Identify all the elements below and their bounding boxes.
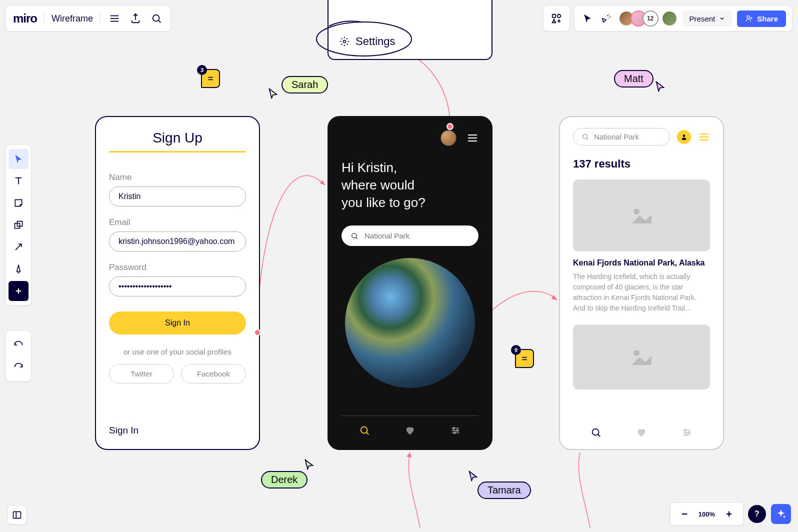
search-icon[interactable] — [150, 12, 164, 26]
nav-filter-icon[interactable] — [450, 425, 461, 436]
hamburger-icon[interactable] — [108, 12, 122, 26]
redo-button[interactable] — [8, 357, 28, 377]
connection-handle[interactable] — [254, 329, 261, 336]
ai-button[interactable] — [771, 504, 791, 524]
cursor-icon[interactable] — [580, 12, 594, 26]
collaborator-name: Derek — [261, 471, 308, 488]
shape-tool[interactable] — [8, 215, 28, 235]
help-button[interactable]: ? — [748, 505, 766, 523]
svg-line-5 — [158, 20, 160, 22]
svg-rect-14 — [14, 512, 21, 518]
share-button[interactable]: Share — [737, 10, 786, 27]
select-tool[interactable] — [8, 149, 28, 169]
connection-handle[interactable] — [446, 123, 454, 130]
signin-link[interactable]: Sign In — [109, 425, 246, 436]
search-field[interactable]: National Park — [573, 128, 670, 146]
wireframe-home[interactable]: Hi Kristin, where would you like to go? — [328, 116, 492, 450]
svg-point-35 — [453, 428, 455, 430]
or-text: or use one of your social profiles — [109, 348, 246, 356]
collaborator-matt: Matt — [614, 70, 654, 88]
apps-icon[interactable] — [550, 12, 564, 26]
miro-logo: miro — [13, 12, 37, 26]
user-plus-icon — [745, 14, 753, 22]
apps-group — [544, 6, 570, 31]
comment-sticky[interactable]: 9 — [515, 349, 534, 368]
svg-point-8 — [747, 16, 750, 18]
password-label: Password — [109, 262, 246, 272]
email-label: Email — [109, 218, 246, 228]
svg-point-36 — [456, 430, 458, 432]
text-tool[interactable] — [8, 171, 28, 191]
collaborator-sarah: Sarah — [282, 76, 328, 94]
left-toolbar — [6, 145, 31, 305]
user-avatar[interactable] — [440, 130, 456, 146]
user-avatar[interactable] — [677, 130, 691, 144]
wireframe-results[interactable]: National Park 137 results Kenai Fjords N… — [559, 116, 724, 450]
comment-count: 9 — [511, 345, 521, 355]
svg-line-47 — [598, 434, 600, 436]
name-input[interactable] — [109, 186, 246, 206]
email-input[interactable] — [109, 232, 246, 252]
svg-point-28 — [352, 233, 356, 238]
arrow-tool[interactable] — [8, 237, 28, 257]
present-button[interactable]: Present — [682, 10, 732, 27]
board-name[interactable]: Wireframe — [52, 14, 93, 24]
connector-arrow — [560, 450, 600, 530]
bottom-nav — [342, 416, 478, 436]
image-icon — [629, 206, 654, 226]
zoom-out-button[interactable] — [678, 507, 692, 521]
comment-sticky[interactable]: 3 — [201, 69, 220, 88]
history-toolbar — [6, 331, 31, 381]
search-input[interactable] — [364, 232, 470, 240]
svg-point-4 — [153, 15, 160, 22]
zoom-in-button[interactable] — [722, 507, 736, 521]
nav-search-icon[interactable] — [359, 425, 370, 436]
cursor-icon — [268, 88, 278, 99]
svg-point-30 — [360, 427, 367, 434]
chevron-down-icon — [719, 16, 725, 22]
connector-arrow — [490, 275, 570, 335]
collaborators-group: 12 Present Share — [574, 6, 792, 31]
topbar-left: miro Wireframe — [6, 6, 170, 31]
hamburger-icon[interactable] — [466, 132, 478, 144]
svg-rect-6 — [552, 14, 555, 18]
panel-toggle-button[interactable] — [8, 506, 26, 524]
svg-point-44 — [634, 208, 640, 214]
signin-button[interactable]: Sign In — [109, 312, 246, 334]
collaborator-name: Matt — [614, 70, 654, 88]
greeting-text: Hi Kristin, where would you like to go? — [342, 159, 478, 212]
hamburger-icon[interactable] — [698, 131, 710, 143]
nav-heart-icon[interactable] — [404, 425, 416, 436]
sticky-tool[interactable] — [8, 193, 28, 213]
svg-point-38 — [583, 134, 588, 139]
comment-count: 3 — [197, 65, 207, 75]
nav-heart-icon[interactable] — [636, 427, 647, 438]
twitter-button[interactable]: Twitter — [109, 364, 174, 384]
password-input[interactable] — [109, 276, 246, 296]
divider — [44, 12, 44, 24]
collaborator-tamara: Tamara — [478, 482, 531, 499]
svg-line-39 — [586, 138, 588, 140]
avatar-stack[interactable]: 12 — [618, 10, 678, 26]
cursor-icon — [468, 470, 478, 482]
export-icon[interactable] — [128, 12, 142, 26]
search-icon — [350, 232, 358, 240]
confetti-icon[interactable] — [600, 12, 614, 26]
avatar — [662, 10, 678, 26]
nav-filter-icon[interactable] — [682, 427, 692, 438]
search-value: National Park — [594, 132, 639, 141]
result-description: The Harding Icefield, which is actually … — [573, 272, 710, 314]
avatar-overflow[interactable]: 12 — [642, 10, 658, 26]
bottom-nav — [573, 420, 710, 438]
result-image-placeholder — [573, 180, 710, 252]
svg-point-45 — [634, 350, 640, 356]
collaborator-name: Sarah — [282, 76, 328, 94]
wireframe-signup[interactable]: Sign Up Name Email Password Sign In or u… — [95, 116, 260, 450]
search-field[interactable] — [342, 226, 478, 246]
facebook-button[interactable]: Facebook — [181, 364, 246, 384]
add-tool[interactable] — [8, 281, 28, 301]
undo-button[interactable] — [8, 335, 28, 355]
svg-point-40 — [683, 134, 686, 137]
pen-tool[interactable] — [8, 259, 28, 279]
nav-search-icon[interactable] — [590, 427, 602, 438]
